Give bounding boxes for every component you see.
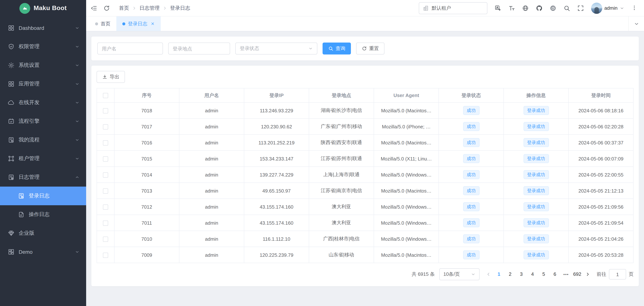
sidebar-item-workflow-engine[interactable]: 流程引擎 [0, 112, 86, 131]
page-number-last[interactable]: 692 [572, 269, 582, 279]
row-checkbox[interactable] [103, 156, 108, 162]
sidebar-item-log-management[interactable]: 日志管理 [0, 168, 86, 187]
cell-time: 2024-05-05 21:04:26 [568, 231, 633, 247]
sidebar-item-login-log[interactable]: 登录日志 [0, 187, 86, 205]
select-all-checkbox[interactable] [103, 93, 108, 98]
row-checkbox[interactable] [103, 108, 108, 113]
row-checkbox[interactable] [103, 188, 108, 194]
search-icon[interactable] [563, 5, 570, 11]
row-checkbox[interactable] [103, 172, 108, 178]
sidebar-item-app-management[interactable]: 应用管理 [0, 75, 86, 93]
page-size-select[interactable]: 10条/页 [439, 268, 480, 280]
page-number-4[interactable]: 4 [527, 269, 538, 279]
cell-location: 广西|桂林市|电信 [309, 231, 374, 247]
cell-ip: 113.201.252.219 [244, 135, 309, 151]
fullscreen-icon[interactable] [577, 5, 584, 11]
breadcrumb: 首页 日志管理 登录日志 [119, 5, 190, 11]
operation-badge: 登录成功 [523, 218, 549, 227]
col-header-id: 序号 [114, 88, 179, 102]
cell-username: admin [179, 102, 244, 119]
reset-button[interactable]: 重置 [356, 43, 384, 55]
page-number-3[interactable]: 3 [516, 269, 526, 279]
col-header-ip: 登录IP [244, 88, 309, 102]
cell-id: 7018 [114, 102, 179, 119]
chevron-down-icon [471, 272, 476, 276]
sidebar-item-demo[interactable]: Demo [0, 242, 86, 261]
close-icon[interactable] [151, 22, 155, 26]
row-checkbox[interactable] [103, 237, 108, 242]
app-logo[interactable]: Maku Boot [0, 0, 86, 17]
row-checkbox[interactable] [103, 140, 108, 146]
login-location-input[interactable] [168, 43, 230, 55]
goto-page-input[interactable] [609, 269, 626, 279]
cell-time: 2024-05-05 22:00:55 [568, 167, 633, 183]
table-row: 7011 admin 43.155.174.160 澳大利亚 Mozilla/5… [97, 215, 633, 231]
gitee-icon[interactable] [550, 5, 556, 11]
login-status-select[interactable]: 登录状态 [235, 43, 317, 55]
sidebar-item-tenant-management[interactable]: 租户管理 [0, 149, 86, 168]
page-number-1[interactable]: 1 [494, 269, 504, 279]
sidebar-item-dashboard[interactable]: Dashboard [0, 19, 86, 37]
cell-time: 2024-05-05 20:53:28 [568, 247, 633, 263]
gear-icon [8, 62, 14, 69]
breadcrumb-home[interactable]: 首页 [119, 5, 129, 11]
row-checkbox[interactable] [103, 253, 108, 258]
tab-login-log[interactable]: 登录日志 [116, 17, 161, 31]
log-document-check-icon [8, 174, 14, 181]
search-button[interactable]: 查询 [322, 43, 351, 55]
cell-ip: 120.225.239.79 [244, 247, 309, 263]
export-button-label: 导出 [110, 74, 119, 80]
row-checkbox[interactable] [103, 124, 108, 130]
refresh-icon[interactable] [103, 5, 110, 11]
row-checkbox[interactable] [103, 220, 108, 226]
sidebar-item-permissions[interactable]: 权限管理 [0, 37, 86, 56]
tenant-select[interactable]: 默认租户 [418, 2, 487, 14]
locale-icon[interactable] [494, 5, 501, 11]
prev-page-icon[interactable] [484, 269, 493, 279]
cell-time: 2024-05-06 08:18:16 [568, 102, 633, 119]
sidebar-item-system-settings[interactable]: 系统设置 [0, 56, 86, 75]
cell-user-agent: Mozilla/5.0 (X11; Linu… [374, 151, 439, 167]
page-number-6[interactable]: 6 [550, 269, 560, 279]
tabs-dropdown-button[interactable] [628, 17, 644, 31]
cell-location: 上海|上海市|联通 [309, 167, 374, 183]
user-menu[interactable]: admin [591, 3, 624, 14]
globe-icon[interactable] [522, 5, 528, 11]
status-badge: 成功 [463, 218, 479, 227]
row-checkbox[interactable] [103, 204, 108, 210]
cell-user-agent: Mozilla/5.0 (Macintos… [374, 135, 439, 151]
sidebar-item-my-workflow[interactable]: 我的流程 [0, 131, 86, 149]
sidebar-item-online-dev[interactable]: 在线开发 [0, 93, 86, 112]
cell-username: admin [179, 151, 244, 167]
building-icon [423, 5, 429, 11]
tab-label: 登录日志 [128, 20, 147, 27]
font-size-icon[interactable] [508, 5, 515, 11]
chevron-down-icon [75, 44, 80, 49]
sidebar-item-enterprise[interactable]: 企业版 [0, 224, 86, 242]
breadcrumb-log-management[interactable]: 日志管理 [140, 5, 160, 11]
cell-id: 7009 [114, 247, 179, 263]
col-header-username: 用户名 [179, 88, 244, 102]
cell-time: 2024-05-05 21:09:54 [568, 215, 633, 231]
page-number-5[interactable]: 5 [538, 269, 549, 279]
export-button[interactable]: 导出 [96, 71, 125, 83]
filter-card: 登录状态 查询 重置 [91, 37, 639, 61]
operation-badge: 登录成功 [523, 154, 549, 163]
sidebar-item-operation-log[interactable]: 操作日志 [0, 205, 86, 224]
username-input[interactable] [97, 43, 163, 55]
page-size-value: 10条/页 [444, 271, 460, 278]
more-pages-icon[interactable]: ••• [561, 272, 571, 276]
next-page-icon[interactable] [583, 269, 592, 279]
status-badge: 成功 [463, 138, 479, 147]
chevron-down-icon [620, 6, 624, 10]
search-icon [328, 46, 333, 51]
pagination-total: 共 6915 条 [412, 271, 435, 278]
sidebar-item-label: 我的流程 [19, 137, 75, 143]
download-icon [102, 74, 108, 80]
collapse-sidebar-icon[interactable] [90, 5, 97, 11]
tab-home[interactable]: 首页 [89, 17, 116, 31]
github-icon[interactable] [536, 5, 542, 11]
login-status-placeholder: 登录状态 [240, 45, 259, 52]
page-number-2[interactable]: 2 [505, 269, 515, 279]
kebab-menu-icon[interactable] [631, 5, 638, 11]
